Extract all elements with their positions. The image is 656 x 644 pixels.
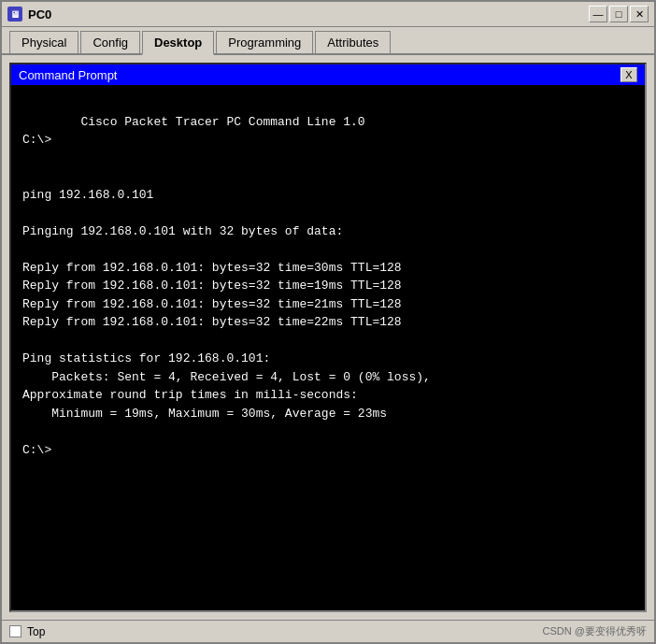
window-controls: — □ ✕ (589, 6, 649, 22)
window-title: PC0 (28, 7, 583, 21)
tab-attributes[interactable]: Attributes (315, 31, 391, 53)
minimize-button[interactable]: — (589, 6, 607, 22)
terminal-text: Cisco Packet Tracer PC Command Line 1.0 … (22, 115, 431, 457)
main-window: 🖥 PC0 — □ ✕ Physical Config Desktop Prog… (0, 0, 656, 644)
command-prompt-header: Command Prompt X (11, 64, 645, 85)
command-prompt-close-button[interactable]: X (620, 67, 637, 82)
terminal-output[interactable]: Cisco Packet Tracer PC Command Line 1.0 … (11, 85, 645, 610)
title-bar: 🖥 PC0 — □ ✕ (2, 2, 654, 27)
command-prompt-container: Command Prompt X Cisco Packet Tracer PC … (9, 63, 647, 612)
tab-config[interactable]: Config (80, 31, 140, 53)
content-area: Command Prompt X Cisco Packet Tracer PC … (2, 55, 654, 620)
tab-physical[interactable]: Physical (9, 31, 78, 53)
tab-programming[interactable]: Programming (216, 31, 313, 53)
window-icon: 🖥 (7, 7, 22, 21)
bottom-left: Top (9, 625, 45, 638)
watermark: CSDN @要变得优秀呀 (543, 624, 647, 638)
tab-bar: Physical Config Desktop Programming Attr… (2, 27, 654, 55)
bottom-bar: Top CSDN @要变得优秀呀 (2, 620, 654, 642)
top-checkbox[interactable] (9, 625, 21, 637)
maximize-button[interactable]: □ (609, 6, 628, 22)
top-label: Top (27, 625, 45, 638)
command-prompt-title: Command Prompt (19, 68, 117, 82)
tab-desktop[interactable]: Desktop (142, 31, 214, 55)
close-button[interactable]: ✕ (630, 6, 649, 22)
